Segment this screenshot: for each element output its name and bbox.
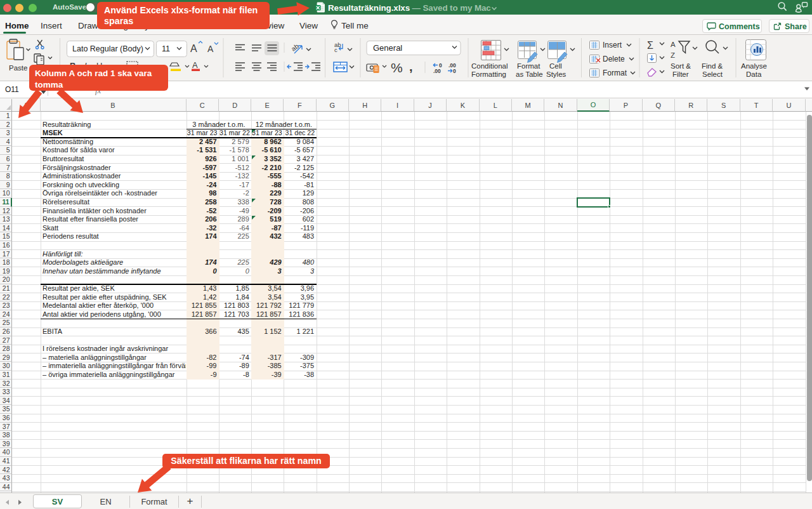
svg-text:Styles: Styles (546, 70, 566, 78)
svg-text:Sort &: Sort & (671, 62, 691, 70)
svg-text:A: A (190, 43, 197, 54)
svg-text:Select: Select (702, 70, 723, 78)
svg-text:c: c (334, 46, 337, 53)
svg-text:.00: .00 (433, 68, 441, 74)
svg-text:Data: Data (746, 70, 762, 78)
svg-text:Lato Regular (Body): Lato Regular (Body) (72, 44, 143, 53)
svg-text:Delete: Delete (603, 55, 625, 63)
svg-text:General: General (373, 43, 402, 53)
svg-text:Paste: Paste (9, 64, 27, 72)
svg-text:Filter: Filter (672, 70, 689, 78)
svg-text:Σ: Σ (647, 40, 653, 51)
svg-text:ab: ab (289, 42, 300, 53)
svg-text:A: A (671, 41, 676, 48)
svg-text:Find &: Find & (702, 62, 723, 70)
svg-text:Format: Format (603, 69, 627, 77)
svg-text:Z: Z (671, 51, 675, 59)
svg-text:%: % (391, 60, 403, 75)
svg-text:as Table: as Table (516, 70, 543, 78)
svg-text:0: 0 (453, 68, 456, 74)
svg-text:Cell: Cell (549, 62, 562, 70)
svg-text:Format: Format (517, 62, 540, 70)
svg-text:Insert: Insert (603, 41, 622, 50)
svg-text:Analyse: Analyse (741, 62, 767, 70)
svg-text:Formatting: Formatting (471, 70, 506, 78)
svg-text:11: 11 (162, 44, 170, 53)
svg-text:Conditional: Conditional (471, 62, 508, 70)
svg-text:A: A (192, 60, 198, 70)
svg-text:A: A (207, 44, 214, 54)
svg-text:,: , (409, 60, 413, 74)
